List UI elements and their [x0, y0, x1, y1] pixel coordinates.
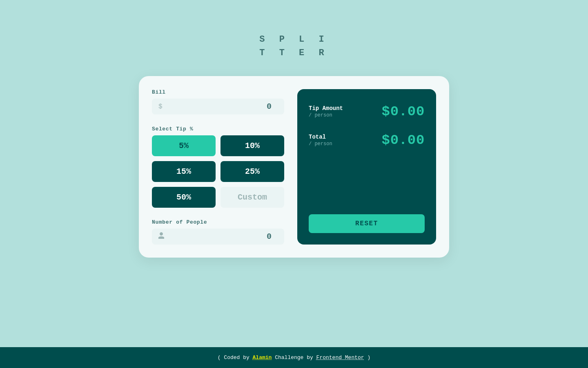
tip-btn-custom[interactable]: Custom — [220, 187, 284, 208]
total-label: Total — [309, 134, 332, 140]
left-panel: Bill $ Select Tip % 5% 10% 15% 25% 50% C… — [152, 89, 297, 245]
footer-author: Alamin — [253, 355, 272, 361]
bill-input[interactable] — [166, 102, 278, 111]
people-label: Number of People — [152, 219, 284, 225]
header-line2: T T E R — [259, 46, 328, 60]
total-value: $0.00 — [382, 132, 425, 148]
tip-grid: 5% 10% 15% 25% 50% Custom — [152, 135, 284, 208]
app-header: S P L I T T E R — [259, 33, 328, 60]
bill-input-wrapper: $ — [152, 99, 284, 114]
reset-button[interactable]: RESET — [309, 214, 425, 233]
footer-challenge-by: Challenge by — [275, 355, 316, 361]
result-section: Tip Amount / person $0.00 Total / person… — [309, 104, 425, 148]
footer-coded-by: Coded by — [224, 355, 252, 361]
bill-label: Bill — [152, 89, 284, 95]
person-icon — [158, 232, 164, 241]
tip-amount-row: Tip Amount / person $0.00 — [309, 104, 425, 119]
tip-btn-5[interactable]: 5% — [152, 135, 216, 156]
footer: ( Coded by Alamin Challenge by Frontend … — [0, 347, 588, 368]
tip-section: Select Tip % 5% 10% 15% 25% 50% Custom — [152, 126, 284, 208]
footer-challenge: Frontend Mentor — [316, 355, 364, 361]
total-label-group: Total / person — [309, 134, 332, 147]
right-panel: Tip Amount / person $0.00 Total / person… — [297, 89, 436, 245]
total-sublabel: / person — [309, 141, 332, 147]
tip-amount-label-group: Tip Amount / person — [309, 105, 343, 118]
main-card: Bill $ Select Tip % 5% 10% 15% 25% 50% C… — [139, 76, 449, 258]
tip-btn-10[interactable]: 10% — [220, 135, 284, 156]
tip-btn-50[interactable]: 50% — [152, 187, 216, 208]
total-row: Total / person $0.00 — [309, 132, 425, 148]
people-input-group: Number of People — [152, 219, 284, 245]
tip-label: Select Tip % — [152, 126, 284, 132]
tip-amount-sublabel: / person — [309, 112, 343, 118]
tip-amount-label: Tip Amount — [309, 105, 343, 112]
tip-btn-15[interactable]: 15% — [152, 161, 216, 182]
people-input-wrapper — [152, 229, 284, 245]
tip-btn-25[interactable]: 25% — [220, 161, 284, 182]
footer-close-paren: ) — [367, 355, 370, 361]
tip-amount-value: $0.00 — [382, 104, 425, 119]
footer-open-paren: ( — [218, 355, 224, 361]
bill-input-group: Bill $ — [152, 89, 284, 114]
people-input[interactable] — [167, 232, 278, 241]
dollar-icon: $ — [158, 103, 163, 110]
header-line1: S P L I — [259, 33, 328, 46]
